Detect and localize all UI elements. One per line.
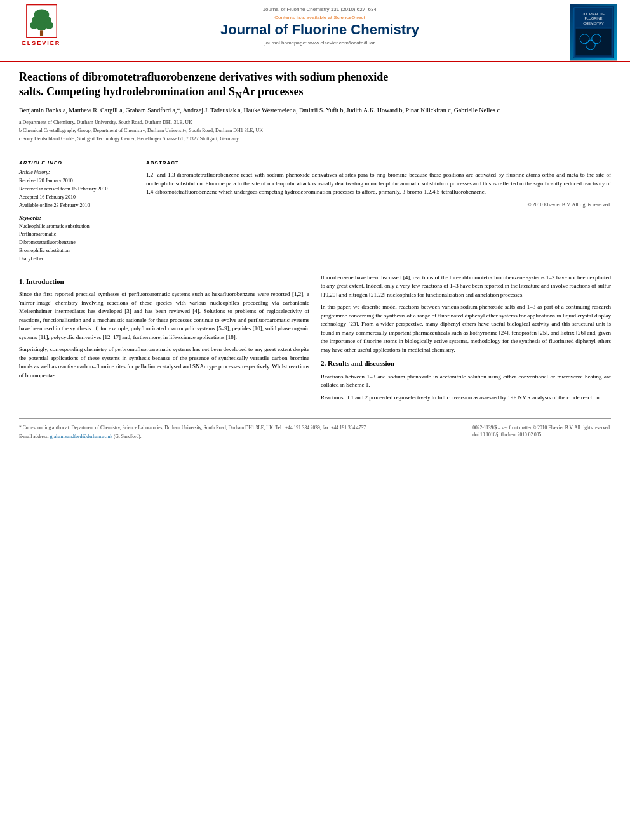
keyword-1: Nucleophilic aromatic substitution [19,223,133,231]
doi-text: doi:10.1016/j.jfluchem.2010.02.005 [473,431,611,438]
intro-p1: Since the first reported practical synth… [19,290,309,342]
affil-b: b Chemical Crystallography Group, Depart… [19,127,611,135]
history-title: Article history: [19,170,133,175]
journal-homepage: journal homepage: www.elsevier.com/locat… [83,40,557,46]
accepted-date: Accepted 16 February 2010 [19,194,133,202]
info-abstract-row: ARTICLE INFO Article history: Received 2… [19,156,611,263]
svg-rect-8 [39,30,43,36]
journal-info-top: Journal of Fluorine Chemistry 131 (2010)… [83,6,557,12]
keywords-section: Keywords: Nucleophilic aromatic substitu… [19,215,133,263]
affil-c: c Sony Deutschland GmbH, Stuttgart Techn… [19,135,611,143]
elsevier-tree-icon [24,4,59,39]
abstract-box: ABSTRACT 1,2- and 1,3-dibromotetrafluoro… [146,156,611,208]
footnote-section: * Corresponding author at: Department of… [19,424,453,443]
title-line2-end: Ar processes [242,85,304,98]
affiliations: a Department of Chemistry, Durham Univer… [19,119,611,143]
contents-label: Contents lists available at [274,15,332,20]
science-direct-line: Contents lists available at ScienceDirec… [83,15,557,20]
keyword-3: Dibromotetrafluorobenzene [19,239,133,247]
keywords-list: Nucleophilic aromatic substitution Perfl… [19,223,133,263]
email-person: (G. Sandford). [114,434,142,439]
email-address[interactable]: graham.sandford@durham.ac.uk [50,434,112,439]
journal-cover-image: JOURNAL OF FLUORINE CHEMISTRY [570,4,617,61]
journal-title: Journal of Fluorine Chemistry [83,22,557,38]
authors-list: Benjamin Banks a, Matthew R. Cargill a, … [19,105,611,115]
received-date: Received 20 January 2010 [19,177,133,185]
page: ELSEVIER Journal of Fluorine Chemistry 1… [0,0,630,840]
elsevier-text-label: ELSEVIER [22,40,61,46]
body-col-right: fluorobenzene have been discussed [4], r… [321,274,611,406]
homepage-text: journal homepage: www.elsevier.com/locat… [265,40,375,46]
section2-heading: 2. Results and discussion [321,358,611,369]
title-line1: Reactions of dibromotetrafluorobenzene d… [19,70,388,83]
svg-text:CHEMISTRY: CHEMISTRY [583,22,604,25]
title-line2: salts. Competing hydrodebromination and … [19,85,235,98]
elsevier-logo: ELSEVIER [13,4,70,49]
section1-heading: 1. Introduction [19,276,309,287]
abstract-copyright: © 2010 Elsevier B.V. All rights reserved… [146,202,611,208]
intro-p3: fluorobenzene have been discussed [4], r… [321,274,611,300]
title-sub: N [235,90,242,100]
article-footer: * Corresponding author at: Department of… [19,418,611,443]
header-center: Journal of Fluorine Chemistry 131 (2010)… [70,4,570,48]
available-date: Available online 23 February 2010 [19,202,133,210]
article-main-title: Reactions of dibromotetrafluorobenzene d… [19,70,611,102]
issn-text: 0022-1139/$ – see front matter © 2010 El… [473,424,611,431]
article-info-box: ARTICLE INFO Article history: Received 2… [19,156,133,263]
article-title-section: Reactions of dibromotetrafluorobenzene d… [19,70,611,149]
email-label: E-mail address: [19,434,49,439]
keywords-title: Keywords: [19,215,133,221]
authors-text: Benjamin Banks a, Matthew R. Cargill a, … [19,107,500,114]
abstract-title: ABSTRACT [146,160,611,166]
article-dates: Received 20 January 2010 Received in rev… [19,177,133,210]
intro-p2: Surprisingly, corresponding chemistry of… [19,345,309,380]
content-area: Reactions of dibromotetrafluorobenzene d… [0,62,630,455]
keyword-4: Bromophilic substitution [19,247,133,255]
results-p2: Reactions of 1 and 2 proceeded regiosele… [321,394,611,403]
body-columns: 1. Introduction Since the first reported… [19,274,611,406]
sciencedirect-link[interactable]: ScienceDirect [333,15,365,20]
issn-section: 0022-1139/$ – see front matter © 2010 El… [473,424,611,443]
abstract-text: 1,2- and 1,3-dibromotetrafluorobenzene r… [146,171,611,197]
journal-header: ELSEVIER Journal of Fluorine Chemistry 1… [0,0,630,62]
revised-date: Received in revised form 15 February 201… [19,185,133,194]
body-col-left: 1. Introduction Since the first reported… [19,274,309,406]
abstract-col: ABSTRACT 1,2- and 1,3-dibromotetrafluoro… [146,156,611,263]
intro-p4: In this paper, we describe model reactio… [321,303,611,354]
email-line: E-mail address: graham.sandford@durham.a… [19,433,453,440]
article-info-title: ARTICLE INFO [19,160,133,166]
svg-point-7 [44,22,53,29]
cover-svg: JOURNAL OF FLUORINE CHEMISTRY [573,4,614,60]
keyword-5: Diaryl ether [19,255,133,263]
keyword-2: Perfluoroaromatic [19,230,133,239]
svg-text:FLUORINE: FLUORINE [584,17,602,20]
results-p1: Reactions between 1–3 and sodium phenoxi… [321,373,611,390]
corresponding-author: * Corresponding author at: Department of… [19,424,453,431]
affil-a: a Department of Chemistry, Durham Univer… [19,119,611,126]
svg-text:JOURNAL OF: JOURNAL OF [582,12,605,16]
article-info-col: ARTICLE INFO Article history: Received 2… [19,156,133,263]
